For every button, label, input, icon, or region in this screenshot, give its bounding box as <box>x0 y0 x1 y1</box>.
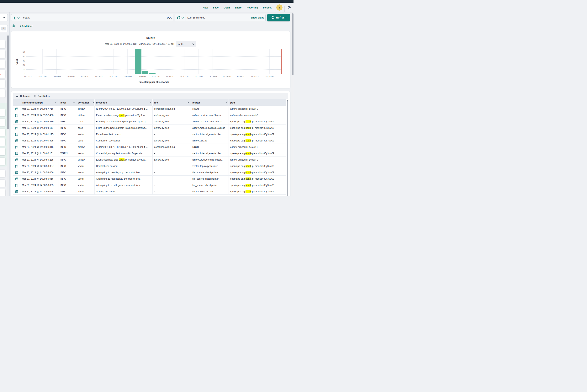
svg-text:?: ? <box>289 6 290 8</box>
